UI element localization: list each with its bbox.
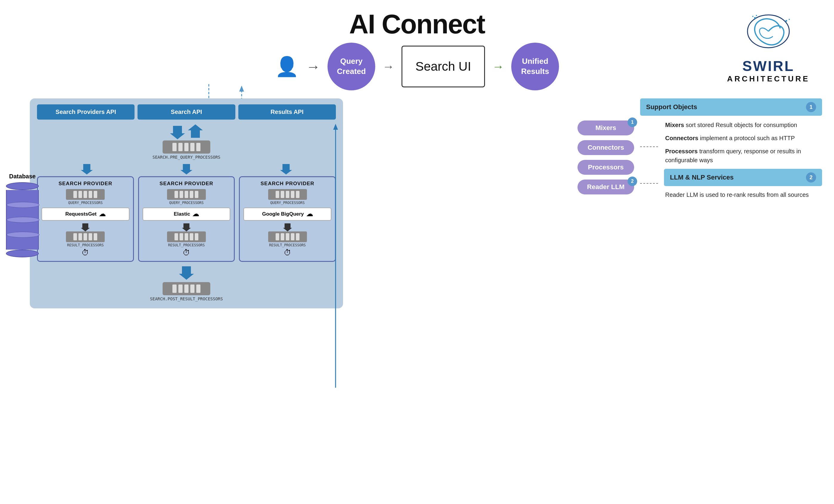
mixers-badge: 1 [628,117,637,127]
reader-llm-pill-container: Reader LLM 2 [577,179,634,194]
right-panel: Support Objects 1 Mixers 1 Connectors Pr… [577,98,822,204]
provider-3-rp-bars [268,232,307,242]
search-api-btn: Search API [137,104,235,119]
svg-point-5 [789,19,790,20]
search-provider-2: SEARCH PROVIDER QUERY_PROCESSORS Elastic… [138,176,235,262]
search-providers-api-btn: Search Providers API [37,104,134,119]
reader-badge: 2 [628,177,637,186]
provider-2-qp-bars [167,189,206,200]
connectors-pill: Connectors [577,140,634,155]
query-created-circle: Query Created [328,43,375,90]
post-result-arrows [37,265,336,280]
provider-3-title: SEARCH PROVIDER [261,181,314,187]
svg-marker-10 [170,126,185,139]
svg-point-4 [785,20,787,22]
desc-mixers: Mixers sort stored Result objects for co… [664,120,822,129]
mixers-pill-container: Mixers 1 [577,120,634,135]
flow-arrow-2: → [382,60,394,73]
desc-reader-llm: Reader LLM is used to re-rank results fr… [664,190,822,199]
provider-1-title: SEARCH PROVIDER [59,181,112,187]
svg-point-1 [754,17,756,19]
provider-3-connector: Google BigQuery ☁ [243,207,331,221]
provider-1-connector: RequestsGet ☁ [41,207,129,221]
search-provider-1: SEARCH PROVIDER QUERY_PROCESSORS Request… [37,176,134,262]
processors-pill: Processors [577,160,634,175]
flow-arrow-3: → [492,60,504,73]
svg-marker-17 [283,223,292,232]
main-diagram: Search Providers API Search API Results … [30,98,343,308]
provider-2-title: SEARCH PROVIDER [159,181,213,187]
post-result-bars [162,282,210,295]
svg-marker-13 [180,164,192,174]
descriptions-column: Mixers sort stored Result objects for co… [664,120,822,204]
post-result-processor: SEARCH.POST_RESULT_PROCESSORS [37,282,336,301]
api-to-preproc-arrows [37,124,336,139]
provider-2-rp-bars [167,232,206,242]
unified-results-circle: Unified Results [511,43,559,90]
svg-marker-11 [188,124,203,138]
search-ui-box: Search UI [401,46,485,87]
desc-connectors: Connectors implement a protocol such as … [664,134,822,143]
llm-badge: 2 [806,172,816,182]
llm-header: LLM & NLP Services 2 [664,169,822,186]
person-icon: 👤 [275,56,299,78]
database-label: Database [9,173,36,180]
svg-marker-14 [280,164,292,174]
top-flow: 👤 → Query Created → Search UI → Unified … [0,43,834,90]
svg-marker-15 [81,223,90,232]
provider-2-connector: Elastic ☁ [142,207,231,221]
svg-point-3 [756,15,757,16]
dashed-connector [640,120,658,204]
legend-content: Mixers 1 Connectors Processors Reader LL… [577,120,822,204]
flow-arrow-1: → [306,59,320,75]
svg-marker-18 [179,266,194,280]
support-objects-header: Support Objects 1 [640,98,822,116]
pre-query-processor: SEARCH.PRE_QUERY_PROCESSORS [37,140,336,159]
provider-1-qp-bars [66,189,105,200]
svg-marker-12 [81,164,93,174]
results-api-btn: Results API [238,104,336,119]
mixers-pill: Mixers [577,120,634,135]
reader-llm-pill: Reader LLM [577,179,634,194]
provider-3-qp-bars [268,189,307,200]
pre-query-label: SEARCH.PRE_QUERY_PROCESSORS [152,155,220,159]
page-title: AI Connect [0,0,834,40]
svg-point-2 [752,16,753,17]
api-row: Search Providers API Search API Results … [37,104,336,119]
post-result-label: SEARCH.POST_RESULT_PROCESSORS [150,297,223,301]
search-provider-3: SEARCH PROVIDER QUERY_PROCESSORS Google … [239,176,336,262]
provider-1-rp-bars [66,232,105,242]
up-arrow-solid [188,124,203,139]
svg-marker-16 [182,223,191,232]
support-badge: 1 [806,102,816,112]
desc-processors: Processors transform query, response or … [664,147,822,165]
providers-row: SEARCH PROVIDER QUERY_PROCESSORS Request… [37,176,336,262]
provider-arrows [37,162,336,174]
down-arrow-solid [170,124,185,139]
pills-column: Mixers 1 Connectors Processors Reader LL… [577,120,634,204]
database-area: Database [6,173,39,257]
pre-query-bars [162,140,210,154]
